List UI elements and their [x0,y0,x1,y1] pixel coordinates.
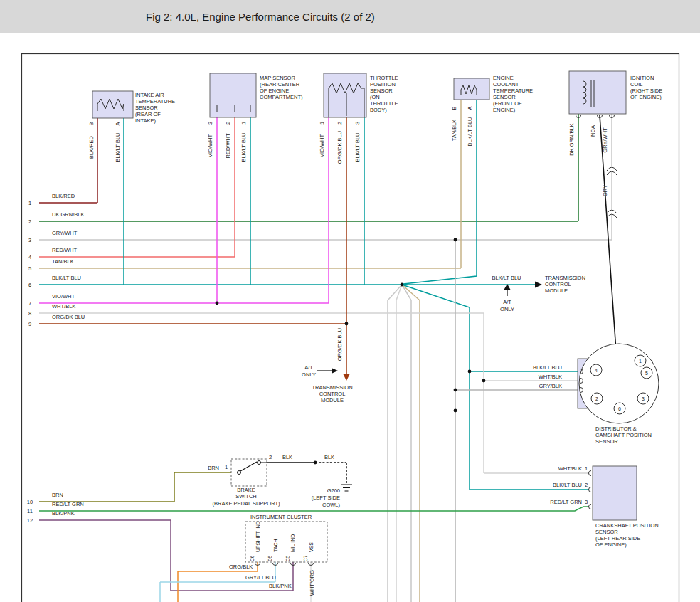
vertical-wire-labels: B BLK/RED A BLK/LT BLU 3 VIO/WHT 2 RED/W… [88,106,608,596]
brake-switch: BRAKE SWITCH (BRAKE PEDAL SUPPORT) BRN 1… [208,454,280,507]
terminal-number: 3 [642,396,645,401]
component-label: THROTTLE [370,75,398,81]
wire-label: BRN [52,492,63,498]
pin-connector-arcs [576,115,615,118]
component-label: (FRONT OF [493,100,522,107]
wire-label: BLK/RED [52,193,75,199]
component-label: (LEFT REAR SIDE [595,535,640,542]
pin-letter: B [451,106,457,110]
component-label: ENGINE [493,75,514,81]
pin-number: 2 [225,122,231,125]
component-label: COOLANT [493,81,519,88]
wire-gry-wht [39,114,612,602]
switch-blade [240,462,267,471]
component-label: CONTROL [319,391,346,397]
intake-air-temp-sensor-box [92,91,133,118]
component-label: MODULE [545,287,568,294]
component-label: CRANKSHAFT POSITION [595,522,659,529]
tps-box [324,73,366,117]
crank-sensor-box [593,466,637,520]
wire-label: BLK/LT BLU [553,482,582,488]
distributor-wire-labels: BLK/LT BLU WHT/BLK GRY/BLK [533,364,562,389]
pin-number: 2 [269,454,272,460]
component-label: DISTRIBUTOR & [595,426,637,432]
ect-box [454,78,489,100]
wire-label: WHT/BLK [52,303,75,310]
wire-label: BLK [324,454,334,460]
wiring-diagram: INTAKE AIR TEMPERATURE SENSOR (REAR OF I… [0,0,700,602]
wire-label: TAN/BLK [52,258,74,265]
wire-label: GRY [602,185,608,196]
wire-dk-grn-blk [39,114,578,221]
wire-label: BLK [282,454,292,460]
wire-label: DK GRN/BLK [568,123,575,155]
component-label: OF ENGINE [260,88,289,94]
row-number: 1 [28,200,31,206]
wire-blk-ground-dashed [315,463,346,483]
component-label: INTAKE AIR [135,92,164,98]
component-label: (REAR OF [135,111,161,117]
component-label: SENSOR [493,94,516,100]
component-label: THROTTLE [370,100,398,107]
row-number: 4 [28,254,31,260]
switch-contact [238,471,241,475]
pin-number: 1 [240,122,247,125]
note-label: ONLY [302,371,316,378]
wire-label: BLK/LT BLU [115,133,121,162]
row-number: 10 [27,499,33,505]
wire-label: BRN [208,465,219,471]
gauge-label: VSS [309,542,314,552]
pin-number: 3 [207,122,213,125]
ignition-coil: IGNITION COIL (RIGHT SIDE OF ENGINE) [569,71,662,118]
component-label: (REAR CENTER [260,81,300,88]
row-number: 8 [28,310,31,317]
pin-letter: B [88,122,95,125]
component-label: (RIGHT SIDE [630,88,662,94]
component-label: POSITION [370,81,396,88]
wire-label: ORG/BLK [229,564,253,570]
component-label: MAP SENSOR [260,75,295,81]
component-label: CAMSHAFT POSITION [595,432,652,438]
circuit-rows: 1 2 3 4 5 6 7 8 9 10 11 12 BLK/RED DK GR… [27,193,85,524]
pin-number: 2 [336,122,343,125]
engine-coolant-temp-sensor: ENGINE COOLANT TEMPERATURE SENSOR (FRONT… [454,75,533,113]
crankshaft-position-sensor: CRANKSHAFT POSITION SENSOR (LEFT REAR SI… [585,465,659,548]
pin-label: C5 [285,555,290,561]
wire-label: ORG/DK BLU [336,131,343,164]
row-number: 5 [28,265,31,272]
row-number: 9 [28,321,31,327]
wire-label: GRY/LT BLU [245,574,276,581]
terminal-number: 6 [618,406,621,411]
pin-letter: A [115,122,121,125]
wire-label: DK GRN/BLK [52,211,84,218]
switch-contact [258,461,261,465]
wire-label: BLK/PNK [52,510,75,517]
wire-label: GRY/WHT [602,127,608,153]
pin-connector-arcs [255,563,314,566]
component-label: CONTROL [545,281,571,287]
component-label: SENSOR [595,438,618,445]
pin-number: 1 [225,464,228,470]
distributor-camshaft-sensor: 1 5 3 6 2 4 DISTRIBUTOR & CAMSHAFT POSIT… [578,344,659,445]
component-label: MODULE [321,397,344,403]
wire-label: BLK/LT BLU [533,364,562,371]
wire-vio-wht [39,117,329,303]
wire-label: VIO/WHT [207,134,213,157]
row-number: 7 [28,300,31,307]
intake-air-temp-sensor: INTAKE AIR TEMPERATURE SENSOR (REAR OF I… [92,91,175,124]
wire-label: WHT/BLK [539,374,562,380]
wire-red-lt-grn [39,507,589,511]
brake-switch-box [231,459,267,486]
wire-label: RED/LT GRN [52,501,84,507]
component-label: SENSOR [370,88,393,94]
wire-label: BLK/LT BLU [52,275,81,281]
wire-label: RED/WHT [52,247,77,253]
wire-label: GRY/WHT [52,230,78,236]
gauge-label: MIL IND [290,534,295,552]
wire-label: BLK/PNK [269,583,292,589]
note-label: A/T [503,299,511,305]
row-number: 11 [27,508,33,514]
wire-label: BLK/LT BLU [354,133,361,162]
map-sensor: MAP SENSOR (REAR CENTER OF ENGINE COMPAR… [210,73,303,117]
wire-label: BLK/RED [88,135,95,159]
